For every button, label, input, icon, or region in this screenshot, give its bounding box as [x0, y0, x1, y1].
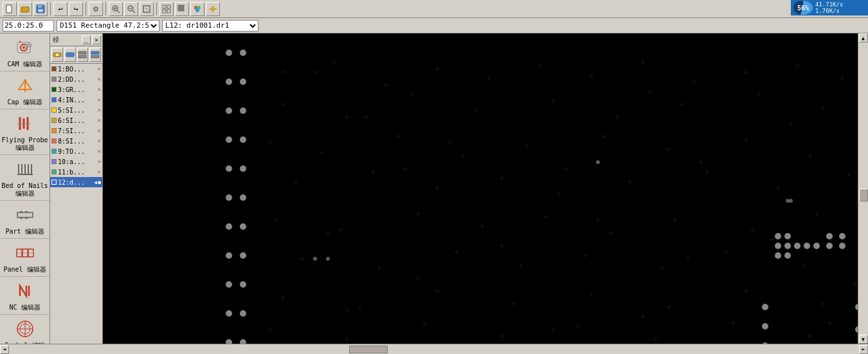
svg-rect-47: [20, 211, 23, 212]
layer-list: 1:BO... × 2:DD... × 3:GR... × 4:IN... × …: [50, 64, 102, 344]
layer-color-11: [51, 169, 57, 174]
sidebar-item-bed-of-nails[interactable]: Bed of Nails编辑器: [0, 155, 50, 201]
bottom-scrollbar[interactable]: ◄ ►: [0, 344, 868, 354]
layer-row-4[interactable]: 4:IN... ×: [50, 95, 102, 105]
settings-button[interactable]: [89, 2, 103, 16]
layer-name-10: 10:a...: [58, 158, 96, 165]
layer-add[interactable]: [64, 48, 76, 62]
sidebar-item-cam[interactable]: CAM 编辑器: [0, 33, 50, 71]
layer-panel-close[interactable]: ✕: [92, 35, 101, 44]
grid-btn2[interactable]: [175, 2, 189, 16]
symbol-icon: [14, 317, 37, 340]
svg-rect-63: [66, 53, 74, 57]
svg-point-26: [195, 8, 199, 12]
svg-rect-19: [167, 10, 170, 13]
svg-rect-16: [163, 5, 166, 8]
sidebar-item-flying-probe[interactable]: Flying Probe编辑器: [0, 109, 50, 155]
layer-row-1[interactable]: 1:BO... ×: [50, 64, 102, 74]
layer-row-6[interactable]: 6:SI... ×: [50, 115, 102, 126]
svg-point-35: [24, 79, 26, 82]
save-button[interactable]: [33, 2, 48, 16]
part-icon: [14, 203, 37, 227]
layer-select[interactable]: D151 Rectangle 47.2:59.1: [57, 20, 159, 32]
fit-button[interactable]: [140, 2, 154, 16]
layer-row-11[interactable]: 11:b... ×: [50, 167, 102, 177]
layer-row-10[interactable]: 10:a... ×: [50, 156, 102, 167]
sep2: [86, 3, 86, 15]
sep1: [50, 3, 51, 15]
speed-down: 1.76K/s: [815, 8, 843, 14]
layer-name-12: 12:d...: [58, 179, 93, 186]
layer-toolbar: [50, 46, 102, 64]
scroll-track-v[interactable]: [859, 42, 868, 335]
layer-collapse[interactable]: [89, 48, 101, 62]
open-button[interactable]: [18, 2, 32, 16]
sidebar-item-nc[interactable]: NC 编辑器: [0, 277, 50, 315]
layer-x-10: ×: [98, 158, 101, 165]
layer-visible-all[interactable]: [51, 48, 63, 62]
sidebar-item-cap[interactable]: Cap 编辑器: [0, 71, 50, 109]
sidebar-item-part[interactable]: Part 编辑器: [0, 201, 50, 239]
scroll-thumb-h[interactable]: [349, 346, 388, 353]
layer-name-8: 8:SI...: [58, 138, 96, 145]
sidebar-item-symbol[interactable]: Symbol 编辑器: [0, 315, 50, 344]
layer-row-5[interactable]: 5:SI... ×: [50, 105, 102, 115]
drill-select[interactable]: L12: dr1001.dr1: [162, 20, 258, 32]
redo-icon: ↪: [73, 5, 78, 14]
misc-button[interactable]: [206, 2, 220, 16]
speed-up: 41.71K/s: [815, 1, 843, 8]
svg-rect-22: [178, 8, 181, 11]
sidebar-item-panel[interactable]: Panel 编辑器: [0, 239, 50, 277]
zoom-out-button[interactable]: [124, 2, 138, 16]
new-button[interactable]: [3, 2, 17, 16]
layer-panel-title: 径: [51, 35, 80, 44]
scroll-up-button[interactable]: ▲: [859, 33, 868, 42]
layer-row-9[interactable]: 9:TO... ×: [50, 146, 102, 156]
sidebar: CAM 编辑器 Cap 编辑器: [0, 33, 50, 344]
layer-row-3[interactable]: 3:GR... ×: [50, 84, 102, 95]
scroll-right-button[interactable]: ►: [859, 345, 868, 354]
layer-x-1: ×: [98, 66, 101, 72]
svg-point-6: [95, 8, 96, 10]
layer-row-8[interactable]: 8:SI... ×: [50, 136, 102, 146]
bed-of-nails-icon: [14, 158, 37, 181]
coord-input[interactable]: [3, 20, 54, 32]
layer-name-9: 9:TO...: [58, 148, 96, 155]
bed-of-nails-label: Bed of Nails编辑器: [1, 182, 48, 198]
layer-color-5: [51, 107, 57, 113]
main-canvas[interactable]: [103, 33, 858, 344]
right-scrollbar[interactable]: ▲ ▼: [858, 33, 868, 344]
layer-row-12[interactable]: 12:d... ◀ ●: [50, 177, 102, 187]
scroll-track-h[interactable]: [9, 345, 859, 354]
layer-x-7: ×: [98, 127, 101, 134]
zoom-in-button[interactable]: [109, 2, 123, 16]
layer-color-6: [51, 118, 57, 123]
scroll-thumb-v[interactable]: [859, 189, 868, 201]
scroll-down-button[interactable]: ▼: [859, 335, 868, 344]
layer-x-11: ×: [98, 169, 101, 175]
layer-dot-12: ●: [98, 180, 101, 185]
layer-row-2[interactable]: 2:DD... ×: [50, 74, 102, 84]
layer-name-1: 1:BO...: [58, 66, 96, 73]
layer-expand[interactable]: [77, 48, 89, 62]
redo-button[interactable]: ↪: [69, 2, 83, 16]
canvas-area[interactable]: [103, 33, 858, 344]
svg-line-8: [117, 10, 120, 13]
layer-name-4: 4:IN...: [58, 97, 96, 104]
svg-rect-66: [91, 51, 99, 54]
undo-button[interactable]: ↩: [53, 2, 68, 16]
color-button[interactable]: [190, 2, 204, 16]
layer-row-7[interactable]: 7:SI... ×: [50, 126, 102, 136]
coordbar: D151 Rectangle 47.2:59.1 L12: dr1001.dr1: [0, 18, 868, 33]
svg-rect-23: [181, 8, 184, 11]
main-area: CAM 编辑器 Cap 编辑器: [0, 33, 868, 344]
grid-btn1[interactable]: [159, 2, 174, 16]
layer-name-7: 7:SI...: [58, 127, 96, 135]
toolbar: ↩ ↪: [0, 0, 868, 18]
sep3: [105, 3, 106, 15]
layer-panel-minimize[interactable]: _: [82, 35, 91, 44]
svg-rect-18: [163, 10, 166, 13]
svg-marker-27: [209, 6, 217, 12]
scroll-left-button[interactable]: ◄: [0, 345, 9, 354]
panel-label: Panel 编辑器: [3, 266, 46, 274]
